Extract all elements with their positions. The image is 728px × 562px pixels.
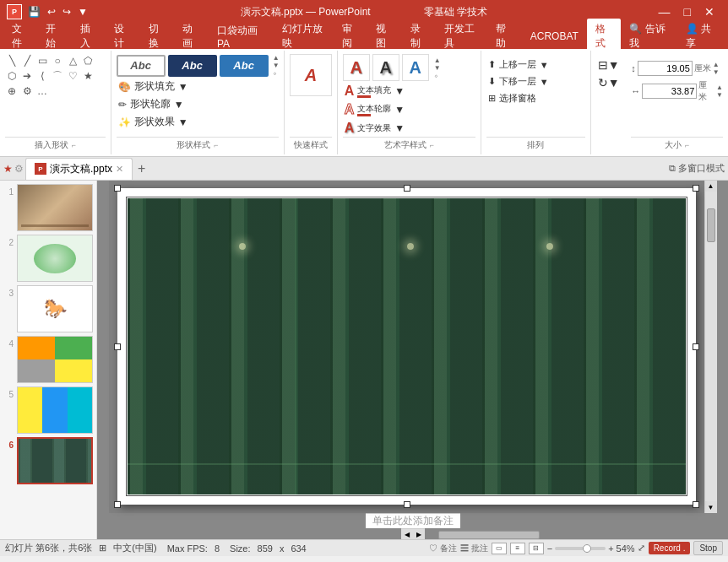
- shape-line2[interactable]: ╱: [20, 54, 34, 68]
- shape-hex[interactable]: ⬡: [5, 69, 19, 83]
- canvas-area[interactable]: ▲ ▼ 单击此处添加备注 ◀ ▶: [97, 181, 728, 539]
- notes-area[interactable]: 单击此处添加备注: [366, 513, 460, 528]
- menu-animations[interactable]: 动画: [174, 19, 208, 54]
- stop-button[interactable]: Stop: [693, 541, 723, 555]
- quick-style-preview[interactable]: A: [290, 54, 332, 96]
- shape-style-3[interactable]: Abc: [220, 55, 269, 77]
- shape-plus[interactable]: ⊕: [5, 84, 19, 98]
- art-text-style-2[interactable]: A: [372, 54, 399, 81]
- art-text-style-1[interactable]: A: [343, 54, 370, 81]
- selected-image-frame[interactable]: [128, 198, 686, 494]
- scroll-down-button[interactable]: ▼: [705, 501, 717, 513]
- align-button[interactable]: ⊟▼: [596, 57, 622, 73]
- slide-preview-2[interactable]: [17, 235, 93, 282]
- annotation-button[interactable]: ☰ 批注: [460, 543, 488, 554]
- text-effect-button[interactable]: A 文字效果▼: [343, 120, 475, 137]
- shape-style-1[interactable]: Abc: [117, 55, 166, 77]
- art-text-expand[interactable]: ⬦: [432, 72, 443, 79]
- shape-star[interactable]: ★: [81, 69, 95, 83]
- handle-top[interactable]: [404, 185, 410, 192]
- handle-bottom-right[interactable]: [693, 501, 699, 508]
- add-tab-button[interactable]: +: [133, 161, 150, 176]
- scroll-right-button[interactable]: ▶: [413, 529, 425, 540]
- menu-format[interactable]: 格式: [587, 19, 621, 54]
- shape-style-expand-btn[interactable]: ⌐: [214, 141, 218, 149]
- file-tab[interactable]: P 演示文稿.pptx ✕: [25, 158, 133, 180]
- text-outline-button[interactable]: A 文本轮廓 ▼: [343, 101, 475, 118]
- insert-shape-expand[interactable]: ⌐: [72, 141, 76, 149]
- menu-view[interactable]: 视图: [367, 19, 401, 54]
- selection-pane-button[interactable]: ⊞ 选择窗格: [486, 91, 585, 105]
- zoom-percent[interactable]: 54%: [617, 543, 635, 554]
- scroll-track[interactable]: [705, 192, 717, 501]
- shape-more[interactable]: …: [35, 84, 49, 98]
- menu-transitions[interactable]: 切换: [140, 19, 174, 54]
- redo-button[interactable]: ↪: [60, 5, 73, 19]
- shape-arrow[interactable]: ➔: [20, 69, 34, 83]
- menu-search[interactable]: 🔍 告诉我: [621, 19, 676, 54]
- h-scroll-thumb[interactable]: [438, 531, 540, 539]
- shape-circle[interactable]: ○: [51, 54, 64, 68]
- slide-preview-1[interactable]: [17, 184, 93, 231]
- zoom-out-button[interactable]: −: [547, 543, 552, 554]
- tab-close-button[interactable]: ✕: [116, 164, 123, 175]
- height-up[interactable]: ▲: [713, 61, 720, 68]
- zoom-slider[interactable]: [555, 547, 606, 550]
- view-fit-button[interactable]: ≡: [510, 543, 525, 554]
- menu-help[interactable]: 帮助: [487, 19, 521, 54]
- slide-thumbnail-2[interactable]: 2: [3, 235, 93, 282]
- width-input[interactable]: [642, 84, 697, 99]
- settings-icon[interactable]: ⚙: [14, 163, 24, 175]
- slide-preview-3[interactable]: 🐎: [17, 285, 93, 332]
- art-text-scroll-up[interactable]: ▲: [432, 57, 443, 64]
- slide-canvas[interactable]: [117, 188, 696, 505]
- scroll-up-button[interactable]: ▲: [705, 181, 717, 192]
- width-down[interactable]: ▼: [716, 91, 723, 99]
- shape-tri[interactable]: △: [66, 54, 79, 68]
- text-fill-button[interactable]: A 文本填充 ▼: [343, 83, 475, 100]
- width-up[interactable]: ▲: [716, 84, 723, 91]
- zoom-thumb[interactable]: [583, 544, 591, 553]
- height-down[interactable]: ▼: [713, 68, 720, 76]
- handle-bottom[interactable]: [404, 501, 410, 508]
- slide-preview-4[interactable]: [17, 336, 93, 383]
- zoom-in-button[interactable]: +: [608, 543, 613, 554]
- menu-share[interactable]: 👤 共享: [677, 19, 725, 54]
- handle-bottom-left[interactable]: [114, 501, 121, 508]
- view-grid-button[interactable]: ⊟: [529, 543, 544, 554]
- shape-heart[interactable]: ♡: [66, 69, 79, 83]
- slide-thumbnail-1[interactable]: 1: [3, 184, 93, 231]
- scroll-left-button[interactable]: ◀: [401, 529, 413, 540]
- slide-thumbnail-6[interactable]: 6: [3, 437, 93, 484]
- menu-design[interactable]: 设计: [106, 19, 139, 54]
- size-expand-btn[interactable]: ⌐: [685, 141, 689, 149]
- handle-left[interactable]: [114, 343, 121, 350]
- shape-bracket[interactable]: ⟨: [35, 69, 49, 83]
- slide-thumbnail-4[interactable]: 4: [3, 336, 93, 383]
- shape-outline-button[interactable]: ✏ 形状轮廓▼: [117, 96, 280, 112]
- shape-style-2[interactable]: Abc: [168, 55, 217, 77]
- quick-access-more-button[interactable]: ▼: [75, 5, 90, 19]
- shape-line[interactable]: ╲: [5, 54, 19, 68]
- view-normal-button[interactable]: ▭: [492, 543, 507, 554]
- menu-slideshow[interactable]: 幻灯片放映: [274, 19, 334, 54]
- menu-review[interactable]: 审阅: [334, 19, 367, 54]
- shape-fill-button[interactable]: 🎨 形状填充▼: [117, 78, 280, 95]
- slide-thumbnail-3[interactable]: 3 🐎: [3, 285, 93, 332]
- handle-top-left[interactable]: [114, 185, 121, 192]
- scroll-thumb[interactable]: [707, 208, 715, 242]
- undo-button[interactable]: ↩: [45, 5, 58, 19]
- save-button[interactable]: 💾: [25, 5, 43, 19]
- bring-forward-button[interactable]: ⬆ 上移一层▼: [486, 57, 585, 72]
- zoom-fit-button[interactable]: ⤢: [638, 543, 645, 554]
- rotate-button[interactable]: ↻▼: [596, 75, 622, 90]
- send-backward-button[interactable]: ⬇ 下移一层▼: [486, 74, 585, 89]
- shape-arc[interactable]: ⌒: [51, 69, 64, 83]
- art-text-scroll-down[interactable]: ▼: [432, 64, 443, 72]
- shape-style-scroll-up[interactable]: ▲: [271, 54, 281, 62]
- multi-window-button[interactable]: ⧉ 多窗口模式: [669, 162, 725, 175]
- shape-gear[interactable]: ⚙: [20, 84, 34, 98]
- shape-rect[interactable]: ▭: [35, 54, 49, 68]
- menu-record[interactable]: 录制: [402, 19, 436, 54]
- menu-file[interactable]: 文件: [3, 19, 37, 54]
